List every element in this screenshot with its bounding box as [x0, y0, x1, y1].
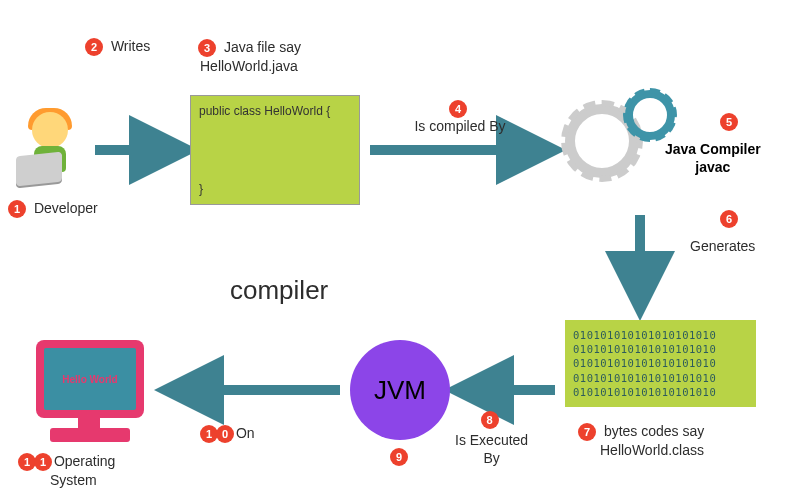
diagram-canvas: 1 Developer 2 Writes 3 Java file say Hel… [0, 0, 800, 500]
badge-3: 3 [198, 39, 216, 57]
badge-11b: 1 [34, 453, 52, 471]
step-5: Java Compiler javac [665, 140, 761, 176]
step-3: 3 Java file say HelloWorld.java [198, 38, 301, 75]
step-3-line1: Java file say [224, 39, 301, 55]
badge-2: 2 [85, 38, 103, 56]
bytecode-box: 010101010101010101010 010101010101010101… [565, 320, 756, 407]
screen-text: Hello World [44, 348, 136, 410]
jvm-node: JVM [350, 340, 450, 440]
code-line-1: public class HelloWorld { [199, 104, 351, 118]
badge-5: 5 [720, 113, 738, 131]
step-10: 10 On [200, 425, 255, 443]
step-4: 4 Is compiled By [390, 100, 530, 134]
diagram-title: compiler [230, 275, 328, 306]
step-7-line1: bytes codes say [604, 423, 704, 439]
step-11-line1: Operating [54, 453, 115, 469]
step-5-line1: Java Compiler [665, 141, 761, 157]
step-6-badge-wrap: 6 [720, 210, 742, 228]
step-6-label: Generates [690, 238, 755, 254]
step-5-badge-wrap: 5 [720, 113, 742, 131]
badge-6: 6 [720, 210, 738, 228]
step-8: 8 Is Executed By [455, 412, 528, 468]
step-5-line2: javac [695, 159, 730, 175]
step-11-line2: System [50, 472, 97, 488]
step-1-label: Developer [34, 200, 98, 216]
badge-8: 8 [481, 411, 499, 429]
badge-4: 4 [449, 100, 467, 118]
step-8-line1: Is Executed [455, 432, 528, 448]
step-3-line2: HelloWorld.java [200, 58, 298, 74]
badge-10b: 0 [216, 425, 234, 443]
badge-1: 1 [8, 200, 26, 218]
badge-7: 7 [578, 423, 596, 441]
step-11: 11 Operating System [18, 452, 115, 489]
step-9: 9 [390, 448, 412, 466]
step-10-label: On [236, 425, 255, 441]
step-8-line2: By [483, 450, 499, 466]
computer-icon: Hello World [30, 340, 150, 450]
step-2-label: Writes [111, 38, 150, 54]
badge-9: 9 [390, 448, 408, 466]
developer-icon [10, 110, 90, 190]
step-2: 2 Writes [85, 38, 150, 56]
step-7-line2: HelloWorld.class [600, 442, 704, 458]
step-1: 1 Developer [8, 200, 98, 218]
bytecode-text: 010101010101010101010 010101010101010101… [573, 329, 716, 398]
step-6: Generates [690, 238, 755, 254]
jvm-label: JVM [374, 375, 426, 406]
source-code-box: public class HelloWorld { } [190, 95, 360, 205]
code-line-2: } [199, 182, 203, 196]
step-4-label: Is compiled By [414, 118, 505, 134]
step-7: 7 bytes codes say HelloWorld.class [578, 422, 704, 459]
